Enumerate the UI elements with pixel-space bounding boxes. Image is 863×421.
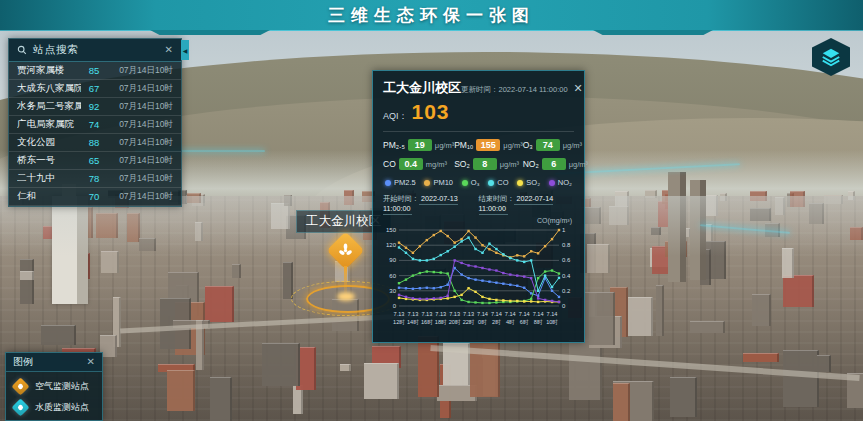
- svg-text:0.8: 0.8: [562, 242, 571, 248]
- legend-panel-header: 图例 ✕: [6, 353, 102, 372]
- right-axis-title: CO(mg/m³): [383, 217, 572, 224]
- station-row[interactable]: 贾河家属楼8507月14日10时: [9, 62, 181, 80]
- map-legend-panel: 图例 ✕ 空气监测站点水质监测站点: [5, 352, 103, 421]
- pollutant-label: CO: [383, 159, 396, 169]
- station-aqi: 65: [81, 155, 107, 166]
- marker-glow: [337, 292, 355, 301]
- legend-row-label: 空气监测站点: [35, 380, 89, 393]
- station-row[interactable]: 大成东八家属院6707月14日10时: [9, 80, 181, 98]
- city-building: [167, 370, 195, 411]
- pollutant-item: NO₂6μg/m³: [523, 158, 588, 170]
- station-name: 二十九中: [17, 172, 81, 185]
- svg-text:7.146时: 7.146时: [519, 311, 530, 325]
- station-row[interactable]: 文化公园8807月14日10时: [9, 134, 181, 152]
- station-row[interactable]: 水务局二号家属院9207月14日10时: [9, 98, 181, 116]
- city-building: [187, 193, 201, 203]
- update-time-value: 2022-07-14 11:00:00: [499, 85, 568, 94]
- svg-text:7.1410时: 7.1410时: [546, 311, 558, 325]
- station-aqi: 74: [81, 119, 107, 130]
- station-panel-title: 站点搜索: [33, 43, 159, 57]
- legend-item-NO₂[interactable]: NO₂: [549, 178, 572, 187]
- pollutant-value-badge: 8: [473, 158, 497, 170]
- city-building: [615, 191, 629, 206]
- station-time: 07月14日10时: [107, 101, 173, 113]
- fan-icon: [332, 237, 359, 264]
- legend-dot: [549, 180, 555, 186]
- city-building: [20, 259, 34, 304]
- end-time-field[interactable]: 结束时间：2022-07-14 11:00:00: [479, 194, 575, 213]
- station-time: 07月14日10时: [107, 137, 173, 149]
- station-aqi: 92: [81, 101, 107, 112]
- station-time: 07月14日10时: [107, 65, 173, 77]
- svg-text:0.4: 0.4: [562, 273, 571, 279]
- city-building: [344, 190, 354, 205]
- station-name: 大成东八家属院: [17, 82, 81, 95]
- city-building: [262, 343, 300, 386]
- city-building: [817, 355, 831, 372]
- svg-text:120: 120: [386, 242, 397, 248]
- station-name: 水务局二号家属院: [17, 100, 81, 113]
- city-building: [752, 294, 771, 326]
- svg-text:90: 90: [389, 257, 396, 263]
- pollutant-item: SO₂8μg/m³: [454, 158, 522, 170]
- station-name: 贾河家属楼: [17, 64, 81, 77]
- city-building: [848, 191, 855, 200]
- start-time-field[interactable]: 开始时间：2022-07-13 11:00:00: [383, 194, 479, 213]
- legend-item-CO[interactable]: CO: [488, 178, 508, 187]
- highrise-building: [668, 172, 686, 282]
- aqi-trend-chart[interactable]: 030609012015000.20.40.60.817.1312时7.1314…: [383, 224, 576, 336]
- svg-text:30: 30: [389, 288, 396, 294]
- close-icon[interactable]: ✕: [87, 357, 95, 367]
- update-time: 更新时间：2022-07-14 11:00:00: [461, 85, 568, 95]
- close-icon[interactable]: ✕: [165, 45, 173, 55]
- city-building: [670, 377, 697, 417]
- station-name: 桥东一号: [17, 154, 81, 167]
- header-bar: 三维生态环保一张图: [0, 0, 863, 31]
- station-search-panel: 站点搜索 ✕ 贾河家属楼8507月14日10时大成东八家属院6707月14日10…: [8, 38, 182, 207]
- legend-item-PM10[interactable]: PM10: [424, 178, 453, 187]
- city-building: [656, 285, 664, 336]
- legend-item-SO₂[interactable]: SO₂: [517, 178, 540, 187]
- city-building: [783, 350, 819, 407]
- station-row[interactable]: 二十九中7807月14日10时: [9, 170, 181, 188]
- station-row[interactable]: 广电局家属院7407月14日10时: [9, 116, 181, 134]
- city-building: [283, 262, 293, 299]
- start-time-label: 开始时间：: [383, 194, 419, 203]
- legend-dot: [424, 180, 430, 186]
- legend-item-PM2.5[interactable]: PM2.5: [385, 178, 416, 187]
- city-building: [782, 248, 794, 278]
- station-time: 07月14日10时: [107, 173, 173, 185]
- city-building: [775, 197, 785, 215]
- city-building: [585, 292, 615, 345]
- city-building: [783, 275, 814, 307]
- svg-text:7.1314时: 7.1314时: [407, 311, 419, 325]
- station-aqi: 88: [81, 137, 107, 148]
- station-aqi: 78: [81, 173, 107, 184]
- pollutant-label: PM₁₀: [454, 140, 473, 150]
- pollutant-item: PM₂.₅19μg/m³: [383, 139, 454, 151]
- page-title: 三维生态环保一张图: [328, 4, 535, 27]
- legend-label: O₃: [471, 178, 480, 187]
- station-time: 07月14日10时: [107, 155, 173, 167]
- station-type-icon: [11, 398, 29, 416]
- close-icon[interactable]: ✕: [574, 82, 583, 95]
- pollutant-label: NO₂: [523, 159, 539, 169]
- station-aqi: 67: [81, 83, 107, 94]
- chart-legend[interactable]: PM2.5PM10O₃COSO₂NO₂: [383, 178, 574, 187]
- pollutant-item: CO0.4mg/m³: [383, 158, 454, 170]
- legend-label: PM2.5: [394, 178, 416, 187]
- panel-collapse-tab[interactable]: ◀: [181, 40, 189, 60]
- station-row[interactable]: 桥东一号6507月14日10时: [9, 152, 181, 170]
- svg-text:7.1316时: 7.1316时: [421, 311, 433, 325]
- legend-row-label: 水质监测站点: [35, 401, 89, 414]
- city-building: [364, 363, 399, 399]
- station-row[interactable]: 仁和7007月14日10时: [9, 188, 181, 206]
- legend-item-O₃[interactable]: O₃: [462, 178, 480, 187]
- svg-text:7.1320时: 7.1320时: [449, 311, 461, 325]
- update-time-label: 更新时间：: [461, 85, 499, 94]
- svg-text:0: 0: [393, 303, 397, 309]
- series-PM10: [398, 229, 560, 259]
- svg-text:7.142时: 7.142时: [491, 311, 502, 325]
- svg-text:7.148时: 7.148时: [533, 311, 544, 325]
- city-building: [809, 203, 824, 224]
